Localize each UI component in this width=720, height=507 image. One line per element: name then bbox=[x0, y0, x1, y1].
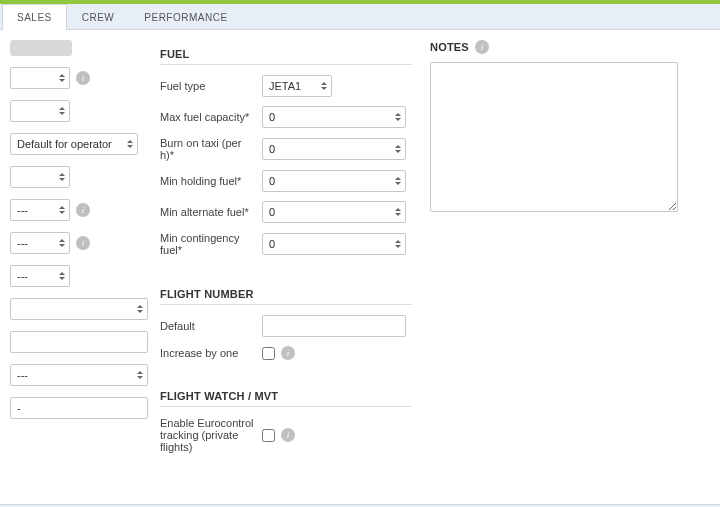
left-select-1[interactable] bbox=[10, 67, 70, 89]
flight-number-default-input[interactable] bbox=[262, 315, 406, 337]
tabstrip: SALES CREW PERFORMANCE bbox=[0, 4, 720, 30]
left-select-4[interactable] bbox=[10, 298, 148, 320]
increase-by-one-label: Increase by one bbox=[160, 347, 256, 359]
fuel-type-label: Fuel type bbox=[160, 80, 256, 92]
tab-crew[interactable]: CREW bbox=[67, 4, 130, 30]
burn-taxi-label: Burn on taxi (per h)* bbox=[160, 137, 256, 161]
tab-performance[interactable]: PERFORMANCE bbox=[129, 4, 242, 30]
min-alternate-input[interactable] bbox=[262, 201, 406, 223]
max-fuel-label: Max fuel capacity* bbox=[160, 111, 256, 123]
flight-watch-title: FLIGHT WATCH / MVT bbox=[160, 382, 412, 406]
left-select-dash-2[interactable] bbox=[10, 232, 70, 254]
info-icon: i bbox=[76, 71, 90, 85]
info-icon: i bbox=[76, 203, 90, 217]
right-column: NOTES i bbox=[420, 30, 700, 504]
left-column: i i i bbox=[0, 30, 150, 504]
left-select-default-operator[interactable] bbox=[10, 133, 138, 155]
left-select-dash-1[interactable] bbox=[10, 199, 70, 221]
min-alternate-label: Min alternate fuel* bbox=[160, 206, 256, 218]
flight-number-default-label: Default bbox=[160, 320, 256, 332]
flight-number-title: FLIGHT NUMBER bbox=[160, 280, 412, 304]
middle-column: FUEL Fuel type Max fuel capacity* Burn o… bbox=[150, 30, 420, 504]
eurocontrol-label: Enable Eurocontrol tracking (private fli… bbox=[160, 417, 256, 453]
notes-textarea[interactable] bbox=[430, 62, 678, 212]
left-select-dash-4[interactable] bbox=[10, 364, 148, 386]
info-icon: i bbox=[475, 40, 489, 54]
info-icon: i bbox=[281, 428, 295, 442]
fuel-type-select[interactable] bbox=[262, 75, 332, 97]
divider bbox=[160, 406, 412, 407]
notes-title: NOTES bbox=[430, 41, 469, 53]
increase-by-one-checkbox[interactable] bbox=[262, 347, 275, 360]
divider bbox=[160, 64, 412, 65]
eurocontrol-checkbox[interactable] bbox=[262, 429, 275, 442]
left-select-dash-3[interactable] bbox=[10, 265, 70, 287]
left-text-dash[interactable] bbox=[10, 397, 148, 419]
left-text-1[interactable] bbox=[10, 331, 148, 353]
min-holding-input[interactable] bbox=[262, 170, 406, 192]
left-select-3[interactable] bbox=[10, 166, 70, 188]
info-icon: i bbox=[76, 236, 90, 250]
min-contingency-label: Min contingency fuel* bbox=[160, 232, 256, 256]
left-select-2[interactable] bbox=[10, 100, 70, 122]
min-contingency-input[interactable] bbox=[262, 233, 406, 255]
left-pill bbox=[10, 40, 72, 56]
fuel-title: FUEL bbox=[160, 40, 412, 64]
min-holding-label: Min holding fuel* bbox=[160, 175, 256, 187]
burn-taxi-input[interactable] bbox=[262, 138, 406, 160]
info-icon: i bbox=[281, 346, 295, 360]
divider bbox=[160, 304, 412, 305]
tab-sales[interactable]: SALES bbox=[2, 4, 67, 30]
max-fuel-input[interactable] bbox=[262, 106, 406, 128]
